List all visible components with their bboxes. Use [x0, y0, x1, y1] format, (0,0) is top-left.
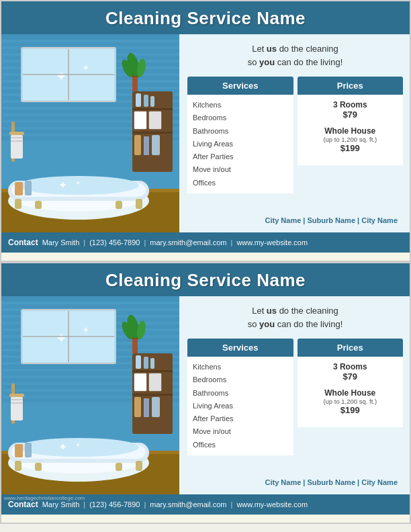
svg-text:✦: ✦ — [82, 62, 90, 73]
prices-col-2: Prices 3 Rooms $79 Whole House (up to 1,… — [298, 339, 404, 476]
flyer-body-2: ✦ ✦ — [1, 296, 410, 494]
flyer-2: Cleaning Service Name — [0, 262, 411, 524]
price2-label: Whole House — [300, 126, 401, 136]
svg-text:✦: ✦ — [55, 68, 67, 85]
svg-rect-38 — [134, 135, 141, 155]
price2-sub-2: (up to 1,200 sq. ft.) — [300, 398, 401, 405]
svg-rect-54 — [116, 201, 122, 209]
prices-body-2: 3 Rooms $79 Whole House (up to 1,200 sq.… — [298, 357, 404, 427]
svg-rect-101 — [9, 394, 24, 397]
svg-text:✦: ✦ — [55, 330, 67, 347]
tagline-text-2a: Let us do the cleaningso you can do the … — [248, 306, 343, 329]
flyer-body-1: ✦ ✦ — [1, 34, 410, 232]
svg-rect-58 — [25, 181, 32, 195]
svg-rect-61 — [1, 304, 179, 308]
svg-rect-34 — [144, 95, 148, 107]
prices-header-2: Prices — [298, 339, 404, 357]
footer-website-2: www.my-website.com — [236, 500, 308, 508]
service-item: Kitchens — [193, 361, 288, 373]
prices-col-1: Prices 3 Rooms $79 Whole House (up to 1,… — [298, 77, 404, 214]
flyer-header-2: Cleaning Service Name — [1, 263, 410, 296]
svg-rect-37 — [149, 112, 161, 129]
services-col-2: Services Kitchens Bedrooms Bathrooms Liv… — [187, 339, 293, 476]
flyer-right-2: Let us do the cleaningso you can do the … — [179, 296, 410, 494]
svg-rect-33 — [136, 93, 141, 107]
price-item-2: Whole House (up to 1,200 sq. ft.) $199 — [300, 126, 401, 153]
svg-rect-53 — [136, 199, 142, 209]
footer-name-1: Mary Smith — [42, 238, 80, 247]
svg-rect-60 — [1, 296, 179, 302]
tagline-text-1a: Let us do the cleaningso you can do the … — [248, 44, 343, 67]
footer-phone-2: (123) 456-7890 — [89, 500, 140, 508]
price2-sub: (up to 1,200 sq. ft.) — [300, 136, 401, 143]
flyer-footer-1: Contact Mary Smith | (123) 456-7890 | ma… — [1, 232, 410, 253]
service-item: Move in/out — [193, 163, 288, 176]
svg-rect-51 — [15, 199, 21, 209]
services-col-1: Services Kitchens Bedrooms Bathrooms Liv… — [187, 77, 293, 214]
svg-rect-110 — [15, 461, 21, 471]
services-body-2: Kitchens Bedrooms Bathrooms Living Areas… — [187, 357, 293, 455]
services-prices-1: Services Kitchens Bedrooms Bathrooms Liv… — [187, 77, 403, 214]
price2-amount: $199 — [300, 143, 401, 153]
svg-rect-2 — [1, 42, 179, 46]
service-item: Bedrooms — [193, 112, 288, 124]
tagline-2: Let us do the cleaningso you can do the … — [187, 304, 403, 330]
service-item: After Parties — [193, 412, 288, 425]
svg-rect-1 — [1, 34, 179, 40]
svg-text:✦: ✦ — [82, 324, 90, 335]
price1-amount: $79 — [300, 109, 401, 120]
service-item: Living Areas — [193, 400, 288, 412]
svg-rect-111 — [35, 463, 42, 471]
flyer-header-1: Cleaning Service Name — [1, 1, 410, 34]
svg-rect-113 — [116, 463, 122, 471]
svg-rect-102 — [11, 397, 23, 420]
service-item: Offices — [193, 439, 288, 451]
svg-rect-45 — [11, 140, 23, 142]
svg-rect-116 — [15, 444, 23, 457]
svg-rect-44 — [11, 137, 23, 138]
price-item-1: 3 Rooms $79 — [300, 100, 401, 120]
svg-rect-31 — [132, 108, 173, 110]
footer-contact-label-1: Contact — [8, 238, 38, 247]
city-bar-1: City Name | Suburb Name | City Name — [187, 214, 403, 227]
services-header-2: Services — [187, 339, 293, 357]
svg-rect-40 — [152, 135, 160, 155]
footer-name-2: Mary Smith — [42, 500, 80, 508]
svg-rect-52 — [35, 201, 42, 209]
svg-rect-117 — [25, 443, 32, 457]
footer-website-1: www.my-website.com — [236, 238, 308, 247]
svg-text:✦: ✦ — [58, 179, 67, 191]
service-item: Move in/out — [193, 425, 288, 438]
svg-text:✦: ✦ — [75, 441, 81, 449]
services-body-1: Kitchens Bedrooms Bathrooms Living Areas… — [187, 95, 293, 193]
svg-text:✦: ✦ — [75, 179, 81, 187]
price-item-3: 3 Rooms $79 — [300, 362, 401, 382]
svg-rect-103 — [11, 399, 23, 400]
price1-amount-2: $79 — [300, 371, 401, 382]
svg-rect-91 — [132, 394, 173, 396]
svg-rect-95 — [134, 373, 146, 391]
service-item: Kitchens — [193, 99, 288, 112]
svg-rect-94 — [150, 358, 154, 369]
svg-rect-42 — [9, 132, 24, 135]
footer-email-2: mary.smith@email.com — [150, 500, 226, 508]
flyer-1: Cleaning Service Name — [0, 0, 411, 262]
svg-rect-98 — [144, 398, 149, 417]
svg-rect-112 — [136, 461, 142, 471]
flyer-right-1: Let us do the cleaningso you can do the … — [179, 34, 410, 232]
bathroom-illustration-1: ✦ ✦ — [1, 34, 179, 232]
service-item: Offices — [193, 177, 288, 189]
bathroom-illustration-2: ✦ ✦ — [1, 296, 179, 494]
flyer-card-2: Cleaning Service Name — [0, 262, 411, 524]
price1-label-2: 3 Rooms — [300, 362, 401, 371]
service-item: Living Areas — [193, 138, 288, 150]
svg-rect-104 — [11, 402, 23, 404]
svg-rect-96 — [149, 373, 161, 391]
svg-rect-92 — [136, 355, 141, 369]
services-prices-2: Services Kitchens Bedrooms Bathrooms Liv… — [187, 339, 403, 476]
svg-rect-97 — [134, 397, 141, 417]
prices-body-1: 3 Rooms $79 Whole House (up to 1,200 sq.… — [298, 95, 404, 165]
svg-rect-57 — [15, 182, 23, 195]
svg-rect-36 — [134, 112, 146, 129]
service-item: Bedrooms — [193, 373, 288, 386]
